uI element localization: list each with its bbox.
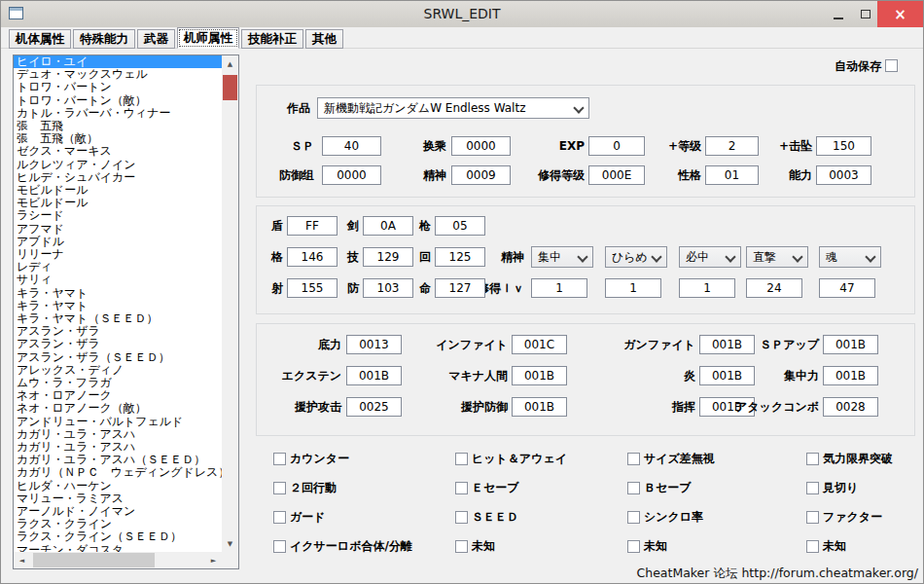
skill-input[interactable]: 0025: [346, 397, 402, 417]
scroll-right-button[interactable]: ►: [205, 552, 222, 568]
horizontal-scroll-thumb[interactable]: [33, 553, 155, 567]
seishin-combo[interactable]: 魂: [819, 246, 881, 268]
scroll-up-button[interactable]: ▲: [222, 55, 238, 72]
list-item[interactable]: キラ・ヤマト: [14, 287, 222, 300]
flag-checkbox[interactable]: [273, 482, 286, 494]
list-item[interactable]: ラシード: [14, 209, 222, 222]
tab-unit-attributes[interactable]: 机体属性: [9, 29, 71, 49]
level-input[interactable]: 1: [605, 278, 661, 298]
flag-checkbox[interactable]: [455, 482, 468, 494]
list-item[interactable]: アスラン・ザラ: [14, 325, 222, 338]
horizontal-scrollbar[interactable]: ◄ ►: [14, 552, 222, 568]
vertical-scrollbar[interactable]: ▲ ▼: [222, 55, 238, 552]
level-input[interactable]: 1: [531, 278, 587, 298]
list-item[interactable]: ムウ・ラ・フラガ: [14, 377, 222, 389]
flag-checkbox[interactable]: [455, 511, 468, 524]
list-item[interactable]: トロワ・バートン: [14, 81, 222, 93]
flag-checkbox[interactable]: [627, 511, 640, 524]
list-item[interactable]: アスラン・ザラ（ＳＥＥＤ）: [14, 351, 222, 364]
flag-checkbox[interactable]: [455, 540, 468, 553]
seishin-combo[interactable]: 必中: [679, 246, 741, 268]
flag-checkbox[interactable]: [627, 482, 640, 494]
list-item[interactable]: マーチン・ダコスタ: [14, 544, 222, 552]
skill-input[interactable]: 001B: [823, 335, 878, 354]
flag-checkbox[interactable]: [806, 453, 819, 465]
list-item[interactable]: リリーナ: [14, 248, 222, 261]
list-item[interactable]: デュオ・マックスウェル: [14, 68, 222, 81]
list-item[interactable]: カガリ・ユラ・アスハ（ＳＥＥＤ）: [14, 454, 222, 466]
info-field-input[interactable]: 0003: [816, 165, 871, 185]
skill-input[interactable]: 001B: [346, 366, 402, 385]
list-item[interactable]: アレックス・ディノ: [14, 364, 222, 377]
list-item[interactable]: カトル・ラバーバ・ウィナー: [14, 107, 222, 120]
info-field-input[interactable]: 0000: [322, 165, 381, 185]
list-item[interactable]: ネオ・ロアノーク: [14, 389, 222, 402]
list-item[interactable]: ラクス・クライン: [14, 518, 222, 530]
skill-input[interactable]: 001B: [512, 397, 567, 417]
tab-pilot-attributes[interactable]: 机师属性: [177, 27, 239, 49]
scroll-down-button[interactable]: ▼: [222, 535, 238, 552]
skill-input[interactable]: 0013: [346, 335, 402, 354]
vertical-scroll-thumb[interactable]: [223, 75, 237, 100]
seishin-combo[interactable]: 直撃: [746, 246, 808, 268]
seishin-combo[interactable]: ひらめ: [605, 246, 667, 268]
flag-checkbox[interactable]: [273, 453, 286, 465]
list-item[interactable]: ゼクス・マーキス: [14, 145, 222, 158]
minimize-button[interactable]: [823, 1, 854, 27]
info-field-input[interactable]: 01: [705, 165, 759, 185]
info-field-input[interactable]: 2: [705, 136, 759, 156]
list-item[interactable]: アブドル: [14, 236, 222, 248]
list-item[interactable]: 張 五飛: [14, 120, 222, 132]
list-item[interactable]: キラ・ヤマト: [14, 300, 222, 312]
list-item[interactable]: カガリ（ＮＰＣ ウェディングドレス）: [14, 466, 222, 479]
list-item[interactable]: キラ・ヤマト（ＳＥＥＤ）: [14, 312, 222, 325]
flag-checkbox[interactable]: [455, 453, 468, 465]
flag-checkbox[interactable]: [806, 540, 819, 553]
tab-skill-correction[interactable]: 技能补正: [241, 29, 303, 49]
skill-input[interactable]: 001B: [512, 366, 567, 385]
list-item[interactable]: カガリ・ユラ・アスハ: [14, 428, 222, 441]
list-item[interactable]: マリュー・ラミアス: [14, 493, 222, 505]
list-item[interactable]: トロワ・バートン（敵）: [14, 94, 222, 107]
skill-input[interactable]: 0028: [823, 397, 878, 417]
series-combo[interactable]: 新機動戦記ガンダムW Endless Waltz: [317, 97, 589, 119]
list-item[interactable]: レディ: [14, 261, 222, 274]
list-item[interactable]: カガリ・ユラ・アスハ: [14, 441, 222, 454]
tab-weapons[interactable]: 武器: [137, 29, 175, 49]
list-item[interactable]: 張 五飛（敵）: [14, 132, 222, 145]
flag-checkbox[interactable]: [806, 511, 819, 524]
maximize-button[interactable]: [854, 1, 877, 27]
level-input[interactable]: 24: [746, 278, 802, 298]
skill-input[interactable]: 001B: [823, 366, 878, 385]
level-input[interactable]: 47: [819, 278, 875, 298]
info-field-input[interactable]: 150: [816, 136, 871, 156]
flag-checkbox[interactable]: [806, 482, 819, 494]
flag-checkbox[interactable]: [627, 540, 640, 553]
list-item[interactable]: アンドリュー・バルトフェルド: [14, 416, 222, 428]
list-item[interactable]: ヒイロ・ユイ: [14, 55, 222, 68]
seishin-combo[interactable]: 集中: [531, 246, 593, 268]
scroll-left-button[interactable]: ◄: [14, 552, 30, 568]
flag-checkbox[interactable]: [273, 540, 286, 553]
list-item[interactable]: アスラン・ザラ: [14, 338, 222, 350]
level-input[interactable]: 1: [679, 278, 735, 298]
list-item[interactable]: ラクス・クライン（ＳＥＥＤ）: [14, 530, 222, 543]
info-field-input[interactable]: 0: [588, 136, 645, 156]
stat-input[interactable]: 05: [435, 216, 485, 236]
list-item[interactable]: アーノルド・ノイマン: [14, 505, 222, 518]
info-field-input[interactable]: 0000: [451, 136, 511, 156]
flag-checkbox[interactable]: [627, 453, 640, 465]
list-item[interactable]: ヒルダ・ハーケン: [14, 480, 222, 493]
list-item[interactable]: モビルドール: [14, 184, 222, 197]
list-item[interactable]: アフマド: [14, 223, 222, 236]
skill-input[interactable]: 001C: [512, 335, 567, 354]
list-item[interactable]: モビルドール: [14, 197, 222, 209]
tab-others[interactable]: 其他: [305, 29, 343, 49]
autosave-checkbox[interactable]: [885, 59, 898, 72]
list-item[interactable]: ネオ・ロアノーク（敵）: [14, 402, 222, 415]
list-item[interactable]: ヒルデ・シュバイカー: [14, 171, 222, 184]
list-item[interactable]: サリィ: [14, 274, 222, 286]
close-button[interactable]: ×: [877, 1, 923, 27]
list-item[interactable]: ルクレツィア・ノイン: [14, 159, 222, 171]
info-field-input[interactable]: 40: [322, 136, 381, 156]
